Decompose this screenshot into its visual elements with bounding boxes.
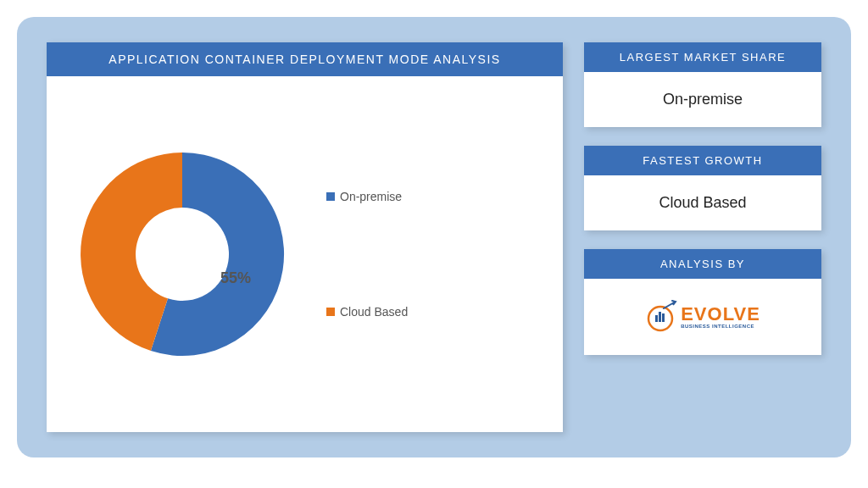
chart-panel: APPLICATION CONTAINER DEPLOYMENT MODE AN…: [47, 42, 563, 432]
evolve-logo: EVOLVE BUSINESS INTELLIGENCE: [645, 300, 760, 334]
card-header: FASTEST GROWTH: [584, 146, 821, 175]
donut-svg: [72, 144, 292, 364]
slice-label-on-premise: 55%: [220, 269, 251, 287]
card-header: LARGEST MARKET SHARE: [584, 42, 821, 72]
chart-legend: On-premise Cloud Based: [326, 190, 408, 319]
card-fastest-growth: FASTEST GROWTH Cloud Based: [584, 146, 821, 230]
logo-tagline-text: BUSINESS INTELLIGENCE: [681, 324, 760, 329]
card-largest-market-share: LARGEST MARKET SHARE On-premise: [584, 42, 821, 127]
logo-container: EVOLVE BUSINESS INTELLIGENCE: [584, 279, 821, 355]
dashboard-container: APPLICATION CONTAINER DEPLOYMENT MODE AN…: [17, 17, 851, 458]
logo-globe-icon: [645, 300, 679, 334]
svg-rect-3: [662, 313, 665, 322]
svg-rect-1: [655, 315, 658, 322]
legend-swatch-icon: [326, 308, 335, 316]
legend-item-on-premise: On-premise: [326, 190, 408, 203]
card-value: On-premise: [584, 72, 821, 127]
legend-label: Cloud Based: [340, 305, 408, 319]
chart-body: 55% On-premise Cloud Based: [47, 76, 563, 432]
card-analysis-by: ANALYSIS BY: [584, 249, 821, 355]
legend-item-cloud-based: Cloud Based: [326, 305, 408, 319]
logo-brand-text: EVOLVE: [681, 305, 760, 324]
side-panel: LARGEST MARKET SHARE On-premise FASTEST …: [584, 42, 821, 432]
donut-chart: 55%: [72, 144, 292, 364]
legend-swatch-icon: [326, 192, 335, 201]
svg-rect-2: [659, 312, 661, 322]
legend-label: On-premise: [340, 190, 402, 203]
chart-title: APPLICATION CONTAINER DEPLOYMENT MODE AN…: [47, 42, 563, 76]
card-value: Cloud Based: [584, 175, 821, 230]
card-header: ANALYSIS BY: [584, 249, 821, 279]
